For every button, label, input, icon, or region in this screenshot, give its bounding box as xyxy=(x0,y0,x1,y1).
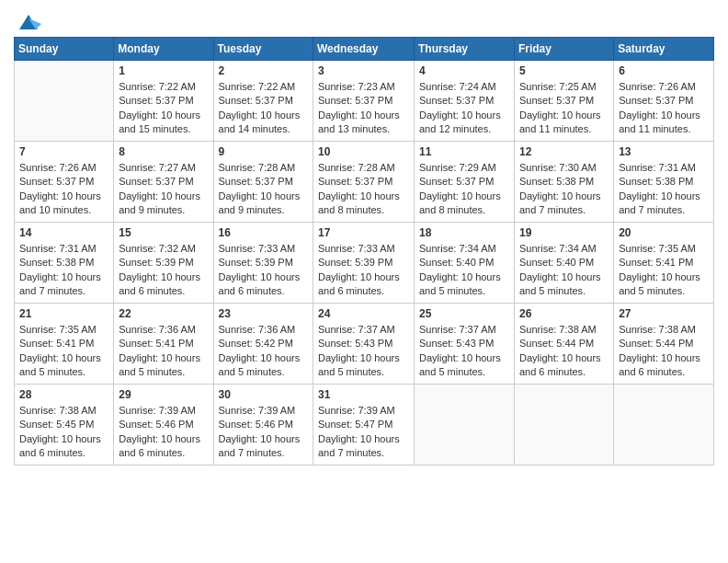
day-info: Sunrise: 7:38 AMSunset: 5:44 PMDaylight:… xyxy=(619,323,709,380)
day-number: 6 xyxy=(619,64,709,77)
day-number: 21 xyxy=(19,307,108,320)
weekday-header-saturday: Saturday xyxy=(614,38,714,61)
calendar-week-3: 14Sunrise: 7:31 AMSunset: 5:38 PMDayligh… xyxy=(15,223,714,304)
calendar-cell: 2Sunrise: 7:22 AMSunset: 5:37 PMDaylight… xyxy=(213,61,313,142)
calendar-cell: 11Sunrise: 7:29 AMSunset: 5:37 PMDayligh… xyxy=(414,142,514,223)
day-number: 28 xyxy=(19,388,108,401)
calendar-cell: 12Sunrise: 7:30 AMSunset: 5:38 PMDayligh… xyxy=(514,142,613,223)
calendar-cell xyxy=(414,385,514,465)
calendar-cell: 7Sunrise: 7:26 AMSunset: 5:37 PMDaylight… xyxy=(15,142,114,223)
day-info: Sunrise: 7:35 AMSunset: 5:41 PMDaylight:… xyxy=(619,242,709,299)
calendar-cell: 9Sunrise: 7:28 AMSunset: 5:37 PMDaylight… xyxy=(213,142,313,223)
calendar-cell: 31Sunrise: 7:39 AMSunset: 5:47 PMDayligh… xyxy=(313,385,415,465)
day-number: 30 xyxy=(219,388,308,401)
day-info: Sunrise: 7:39 AMSunset: 5:47 PMDaylight:… xyxy=(318,404,409,461)
day-number: 2 xyxy=(219,64,308,77)
day-number: 11 xyxy=(419,145,509,158)
calendar-week-2: 7Sunrise: 7:26 AMSunset: 5:37 PMDaylight… xyxy=(15,142,714,223)
day-info: Sunrise: 7:31 AMSunset: 5:38 PMDaylight:… xyxy=(19,242,108,299)
day-number: 12 xyxy=(519,145,609,158)
calendar-cell: 25Sunrise: 7:37 AMSunset: 5:43 PMDayligh… xyxy=(414,304,514,385)
day-info: Sunrise: 7:34 AMSunset: 5:40 PMDaylight:… xyxy=(519,242,609,299)
day-number: 24 xyxy=(318,307,409,320)
day-number: 10 xyxy=(318,145,409,158)
calendar-cell: 1Sunrise: 7:22 AMSunset: 5:37 PMDaylight… xyxy=(114,61,213,142)
calendar-cell: 10Sunrise: 7:28 AMSunset: 5:37 PMDayligh… xyxy=(313,142,415,223)
day-info: Sunrise: 7:28 AMSunset: 5:37 PMDaylight:… xyxy=(219,161,308,218)
logo xyxy=(14,9,41,29)
day-info: Sunrise: 7:35 AMSunset: 5:41 PMDaylight:… xyxy=(19,323,108,380)
calendar-table: SundayMondayTuesdayWednesdayThursdayFrid… xyxy=(14,37,714,465)
day-info: Sunrise: 7:39 AMSunset: 5:46 PMDaylight:… xyxy=(219,404,308,461)
day-info: Sunrise: 7:30 AMSunset: 5:38 PMDaylight:… xyxy=(519,161,609,218)
day-number: 15 xyxy=(119,226,208,239)
calendar-cell: 19Sunrise: 7:34 AMSunset: 5:40 PMDayligh… xyxy=(514,223,613,304)
day-number: 27 xyxy=(619,307,709,320)
day-number: 23 xyxy=(219,307,308,320)
day-info: Sunrise: 7:26 AMSunset: 5:37 PMDaylight:… xyxy=(19,161,108,218)
calendar-cell: 5Sunrise: 7:25 AMSunset: 5:37 PMDaylight… xyxy=(514,61,613,142)
day-info: Sunrise: 7:33 AMSunset: 5:39 PMDaylight:… xyxy=(318,242,409,299)
calendar-cell: 23Sunrise: 7:36 AMSunset: 5:42 PMDayligh… xyxy=(213,304,313,385)
calendar-cell: 24Sunrise: 7:37 AMSunset: 5:43 PMDayligh… xyxy=(313,304,415,385)
day-number: 25 xyxy=(419,307,509,320)
day-number: 18 xyxy=(419,226,509,239)
day-number: 19 xyxy=(519,226,609,239)
calendar-week-4: 21Sunrise: 7:35 AMSunset: 5:41 PMDayligh… xyxy=(15,304,714,385)
day-number: 31 xyxy=(318,388,409,401)
weekday-header-sunday: Sunday xyxy=(15,38,114,61)
logo-icon xyxy=(16,9,41,35)
day-number: 1 xyxy=(119,64,208,77)
calendar-week-5: 28Sunrise: 7:38 AMSunset: 5:45 PMDayligh… xyxy=(15,385,714,465)
day-info: Sunrise: 7:23 AMSunset: 5:37 PMDaylight:… xyxy=(318,80,409,137)
calendar-cell: 30Sunrise: 7:39 AMSunset: 5:46 PMDayligh… xyxy=(213,385,313,465)
calendar-week-1: 1Sunrise: 7:22 AMSunset: 5:37 PMDaylight… xyxy=(15,61,714,142)
day-info: Sunrise: 7:37 AMSunset: 5:43 PMDaylight:… xyxy=(318,323,409,380)
calendar-cell: 3Sunrise: 7:23 AMSunset: 5:37 PMDaylight… xyxy=(313,61,415,142)
page-header xyxy=(14,9,714,29)
weekday-header-tuesday: Tuesday xyxy=(213,38,313,61)
day-info: Sunrise: 7:33 AMSunset: 5:39 PMDaylight:… xyxy=(219,242,308,299)
day-number: 4 xyxy=(419,64,509,77)
day-info: Sunrise: 7:24 AMSunset: 5:37 PMDaylight:… xyxy=(419,80,509,137)
day-number: 5 xyxy=(519,64,609,77)
calendar-cell xyxy=(514,385,613,465)
day-number: 20 xyxy=(619,226,709,239)
day-info: Sunrise: 7:37 AMSunset: 5:43 PMDaylight:… xyxy=(419,323,509,380)
calendar-cell: 26Sunrise: 7:38 AMSunset: 5:44 PMDayligh… xyxy=(514,304,613,385)
day-info: Sunrise: 7:29 AMSunset: 5:37 PMDaylight:… xyxy=(419,161,509,218)
day-number: 16 xyxy=(219,226,308,239)
day-number: 14 xyxy=(19,226,108,239)
calendar-cell xyxy=(614,385,714,465)
calendar-cell: 20Sunrise: 7:35 AMSunset: 5:41 PMDayligh… xyxy=(614,223,714,304)
weekday-header-monday: Monday xyxy=(114,38,213,61)
calendar-cell: 18Sunrise: 7:34 AMSunset: 5:40 PMDayligh… xyxy=(414,223,514,304)
day-info: Sunrise: 7:26 AMSunset: 5:37 PMDaylight:… xyxy=(619,80,709,137)
day-number: 3 xyxy=(318,64,409,77)
calendar-cell: 16Sunrise: 7:33 AMSunset: 5:39 PMDayligh… xyxy=(213,223,313,304)
day-info: Sunrise: 7:28 AMSunset: 5:37 PMDaylight:… xyxy=(318,161,409,218)
day-info: Sunrise: 7:22 AMSunset: 5:37 PMDaylight:… xyxy=(219,80,308,137)
day-number: 9 xyxy=(219,145,308,158)
day-number: 8 xyxy=(119,145,208,158)
day-number: 22 xyxy=(119,307,208,320)
weekday-header-thursday: Thursday xyxy=(414,38,514,61)
calendar-cell xyxy=(15,61,114,142)
day-number: 13 xyxy=(619,145,709,158)
day-info: Sunrise: 7:34 AMSunset: 5:40 PMDaylight:… xyxy=(419,242,509,299)
day-info: Sunrise: 7:36 AMSunset: 5:41 PMDaylight:… xyxy=(119,323,208,380)
day-info: Sunrise: 7:31 AMSunset: 5:38 PMDaylight:… xyxy=(619,161,709,218)
calendar-cell: 6Sunrise: 7:26 AMSunset: 5:37 PMDaylight… xyxy=(614,61,714,142)
day-number: 26 xyxy=(519,307,609,320)
day-info: Sunrise: 7:25 AMSunset: 5:37 PMDaylight:… xyxy=(519,80,609,137)
day-info: Sunrise: 7:27 AMSunset: 5:37 PMDaylight:… xyxy=(119,161,208,218)
calendar-cell: 22Sunrise: 7:36 AMSunset: 5:41 PMDayligh… xyxy=(114,304,213,385)
calendar-cell: 21Sunrise: 7:35 AMSunset: 5:41 PMDayligh… xyxy=(15,304,114,385)
day-info: Sunrise: 7:36 AMSunset: 5:42 PMDaylight:… xyxy=(219,323,308,380)
day-info: Sunrise: 7:32 AMSunset: 5:39 PMDaylight:… xyxy=(119,242,208,299)
day-info: Sunrise: 7:22 AMSunset: 5:37 PMDaylight:… xyxy=(119,80,208,137)
calendar-cell: 27Sunrise: 7:38 AMSunset: 5:44 PMDayligh… xyxy=(614,304,714,385)
calendar-cell: 15Sunrise: 7:32 AMSunset: 5:39 PMDayligh… xyxy=(114,223,213,304)
day-number: 29 xyxy=(119,388,208,401)
weekday-header-friday: Friday xyxy=(514,38,613,61)
